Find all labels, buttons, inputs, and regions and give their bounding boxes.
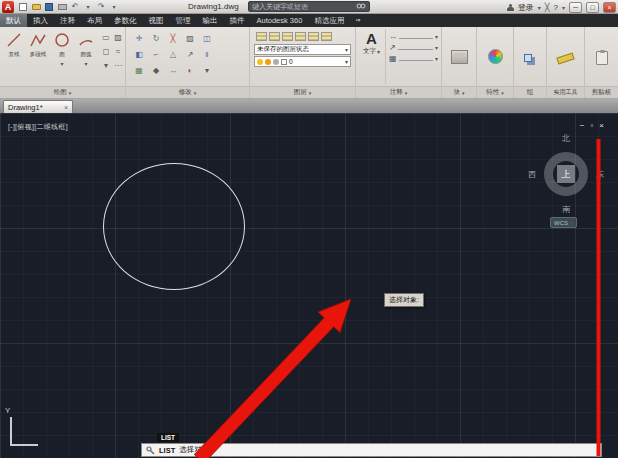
array-icon[interactable]: ▦ — [133, 64, 145, 76]
ribbon-tab-output[interactable]: 输出 — [197, 14, 224, 27]
revision-cloud-icon[interactable]: ≈ — [112, 45, 124, 57]
layers-panel-label[interactable]: 图层▾ — [250, 86, 355, 98]
ribbon-tab-a360[interactable]: Autodesk 360 — [251, 14, 309, 27]
circle-dropdown-icon[interactable]: ▾ — [60, 60, 63, 67]
undo-icon[interactable]: ↶ — [70, 2, 80, 12]
command-customize-icon[interactable] — [146, 446, 155, 455]
insert-block-icon[interactable] — [451, 50, 468, 64]
viewcube-west[interactable]: 西 — [528, 169, 536, 180]
clipboard-panel-label[interactable]: 剪贴板 — [585, 86, 618, 98]
ribbon-tab-parametric[interactable]: 参数化 — [108, 14, 143, 27]
search-box[interactable]: 键入关键字或短语 — [248, 1, 370, 12]
color-wheel-icon[interactable] — [488, 49, 503, 64]
maximize-button[interactable]: □ — [586, 2, 599, 13]
offset-icon[interactable]: ‖ — [201, 48, 213, 60]
trim-icon[interactable]: ╳ — [167, 32, 179, 44]
explode-icon[interactable]: ◆ — [150, 64, 162, 76]
viewcube-top-face[interactable]: 上 — [557, 165, 575, 183]
undo-dropdown-icon[interactable]: ▾ — [83, 2, 93, 12]
ribbon-tab-default[interactable]: 默认 — [0, 14, 27, 27]
ribbon-tab-annotate[interactable]: 注释 — [54, 14, 81, 27]
ribbon-tab-featured-apps[interactable]: 精选应用 — [308, 14, 350, 27]
group-objects-icon[interactable] — [524, 54, 532, 62]
redo-icon[interactable]: ↷ — [96, 2, 106, 12]
file-tab-drawing1[interactable]: Drawing1* × — [3, 100, 73, 113]
help-button[interactable]: ? — [554, 3, 558, 12]
close-button[interactable]: × — [603, 2, 616, 13]
layer-freeze-icon[interactable] — [295, 32, 306, 41]
draw-panel-label[interactable]: 绘图▾ — [0, 86, 125, 98]
layer-properties-icon[interactable] — [256, 32, 267, 41]
rotate-icon[interactable]: ↻ — [150, 32, 162, 44]
viewcube-south[interactable]: 南 — [562, 204, 570, 215]
exchange-apps-icon[interactable]: ╳ — [545, 3, 550, 12]
utilities-panel-label[interactable]: 实用工具 — [547, 86, 584, 98]
qat-dropdown-icon[interactable]: ▾ — [109, 2, 119, 12]
clipboard-icon[interactable] — [596, 51, 608, 65]
command-line[interactable]: LIST 选择对象: — [141, 443, 602, 457]
ribbon-options-chevron-icon[interactable]: ▪▾ — [350, 14, 365, 27]
scale-icon[interactable]: △ — [167, 48, 179, 60]
arc-tool[interactable]: 圆弧 ▾ — [74, 29, 98, 84]
drawn-circle[interactable] — [103, 163, 245, 290]
viewcube-north[interactable]: 北 — [562, 133, 570, 144]
fillet-icon[interactable]: ⌐ — [150, 48, 162, 60]
app-menu-button[interactable]: A — [2, 1, 14, 13]
open-file-icon[interactable] — [31, 2, 41, 12]
view-cube[interactable]: 北 西 东 南 上 — [528, 133, 604, 215]
extend-icon[interactable]: ↔ — [167, 64, 179, 76]
arc-dropdown-icon[interactable]: ▾ — [84, 60, 87, 67]
stretch-icon[interactable]: ↗ — [184, 48, 196, 60]
text-tool[interactable]: A 文字▾ — [358, 29, 385, 84]
command-suggestion-chip[interactable]: LIST — [157, 433, 179, 442]
plot-icon[interactable] — [57, 2, 67, 12]
ribbon-tab-plugins[interactable]: 插件 — [224, 14, 251, 27]
layer-match-icon[interactable] — [321, 32, 332, 41]
layer-lock-icon[interactable] — [308, 32, 319, 41]
ellipse-icon[interactable]: ◻ — [100, 45, 112, 57]
wcs-menu-button[interactable]: WCS ▾ — [550, 217, 577, 228]
dimension-tool[interactable]: ↔▾ — [389, 32, 438, 41]
search-icon[interactable] — [356, 2, 366, 11]
ribbon-tab-manage[interactable]: 管理 — [170, 14, 197, 27]
mirror-icon[interactable]: ◧ — [133, 48, 145, 60]
save-icon[interactable] — [44, 2, 54, 12]
modify-more-icon[interactable]: ▾ — [201, 64, 213, 76]
new-file-icon[interactable] — [18, 2, 28, 12]
leader-tool[interactable]: ↗▾ — [389, 43, 438, 52]
ribbon-tab-layout[interactable]: 布局 — [81, 14, 108, 27]
viewport-controls[interactable]: [-][俯视][二维线框] — [8, 122, 68, 132]
properties-panel-label[interactable]: 特性▾ — [477, 86, 513, 98]
erase-icon[interactable]: ▨ — [184, 32, 196, 44]
move-icon[interactable]: ✛ — [133, 32, 145, 44]
viewcube-east[interactable]: 东 — [596, 169, 604, 180]
drawing-canvas[interactable]: [-][俯视][二维线框] − ▫ × 北 西 东 南 上 WCS ▾ 选择对象… — [0, 113, 618, 458]
layer-isolate-icon[interactable] — [282, 32, 293, 41]
layer-state-dropdown[interactable]: 未保存的图层状态 ▾ — [254, 44, 351, 55]
minimize-button[interactable]: ─ — [569, 2, 582, 13]
ribbon-tab-view[interactable]: 视图 — [143, 14, 170, 27]
block-panel-label[interactable]: 块▾ — [442, 86, 476, 98]
ribbon-tab-insert[interactable]: 插入 — [27, 14, 54, 27]
file-tab-close-icon[interactable]: × — [64, 104, 68, 111]
hatch-icon[interactable]: ▨ — [112, 31, 124, 43]
rectangle-icon[interactable]: ▭ — [100, 31, 112, 43]
modify-panel-label[interactable]: 修改▾ — [126, 86, 249, 98]
signin-dropdown-icon[interactable]: ▾ — [538, 4, 541, 11]
annotation-panel-label[interactable]: 注释▾ — [356, 86, 441, 98]
break-icon[interactable]: ◐ — [184, 64, 196, 76]
signin-button[interactable]: 登录 — [518, 2, 534, 13]
spline-icon[interactable]: ⋯ — [112, 59, 124, 71]
ucs-icon[interactable]: Y — [3, 406, 45, 454]
viewport-close-icon[interactable]: × — [599, 121, 604, 130]
draw-more-icon[interactable]: ▾ — [100, 59, 112, 71]
circle-tool[interactable]: 圆 ▾ — [50, 29, 74, 84]
polyline-tool[interactable]: 多段线 — [26, 29, 50, 84]
viewport-minimize-icon[interactable]: − — [580, 121, 585, 130]
line-tool[interactable]: 直线 — [2, 29, 26, 84]
layer-off-icon[interactable] — [269, 32, 280, 41]
table-tool[interactable]: ▦▾ — [389, 54, 438, 63]
measure-icon[interactable] — [556, 53, 574, 65]
help-dropdown-icon[interactable]: ▾ — [562, 4, 565, 11]
layer-select-dropdown[interactable]: 0 ▾ — [254, 56, 351, 67]
